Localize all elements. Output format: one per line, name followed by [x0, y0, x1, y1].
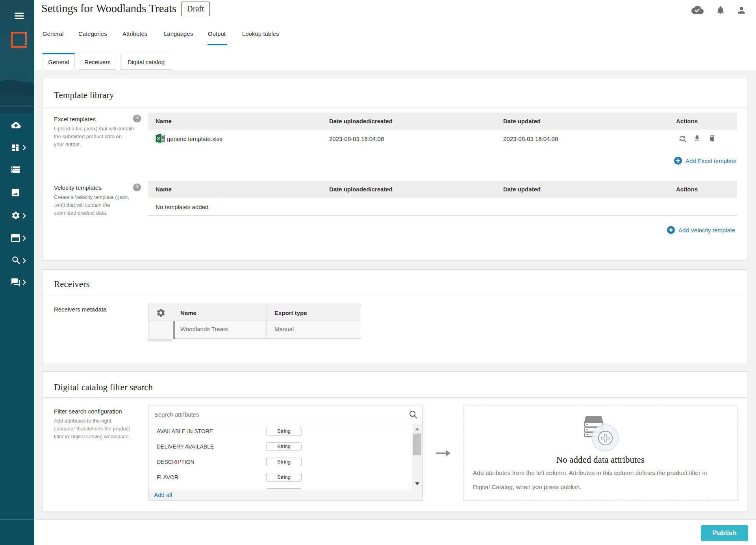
svg-text:X: X [157, 136, 160, 141]
